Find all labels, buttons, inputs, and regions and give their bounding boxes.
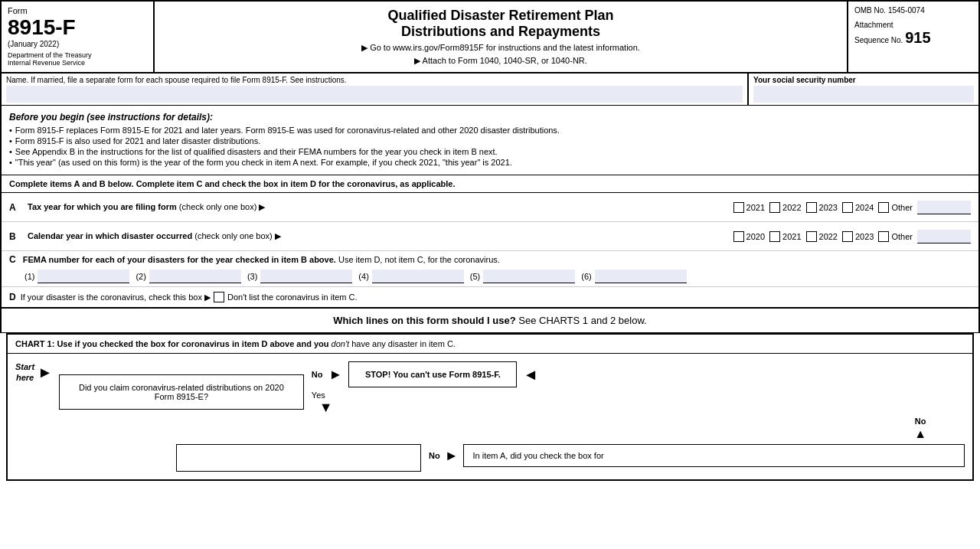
fema-label-6: (6) [581,272,591,281]
item-b-other-input[interactable] [917,230,971,243]
which-lines: Which lines on this form should I use? S… [0,309,980,333]
checkbox-2023-label: 2023 [819,203,838,212]
item-a-label: A [9,202,23,213]
yes-arrow-down-icon: ▼ [319,400,333,416]
item-a-other-input[interactable] [917,201,971,214]
bottom-no-arrow-icon: No [429,451,440,460]
checkbox-b-2020-label: 2020 [746,232,765,241]
fema-input-6[interactable] [595,270,687,283]
item-a-checkbox-2024[interactable]: 2024 [842,202,874,213]
fema-label-5: (5) [470,272,480,281]
form-number: 8915-F [8,15,147,40]
item-b-checkbox-2022[interactable]: 2022 [806,231,838,242]
item-a-row: A Tax year for which you are filing form… [2,193,978,222]
fema-input-3[interactable] [260,270,352,283]
checkbox-2023-box[interactable] [806,202,817,213]
fema-item-1: (1) [24,270,129,283]
item-a-checkbox-2022[interactable]: 2022 [769,202,801,213]
item-a-checkbox-2021[interactable]: 2021 [733,202,765,213]
form-title2: Distributions and Repayments [162,24,839,40]
checkbox-b-2022-box[interactable] [806,231,817,242]
checkbox-b-2023-box[interactable] [842,231,853,242]
item-b-checkboxes: 2020 2021 2022 2023 Other [733,230,971,243]
form-date: (January 2022) [8,40,147,48]
no-label: No [312,370,323,379]
checkbox-2024-box[interactable] [842,202,853,213]
start-here: Starthere ► [15,361,53,384]
item-c-header: C FEMA number for each of your disasters… [9,254,971,265]
checkbox-other-a-label: Other [891,203,913,212]
chart1-right-box: In item A, did you check the box for [463,444,965,467]
item-b-row: B Calendar year in which disaster occurr… [2,222,978,251]
stop-text: STOP! You can't use Form 8915-F. [365,370,501,379]
fema-item-6: (6) [581,270,686,283]
form-subtitle2: ▶ Attach to Form 1040, 1040-SR, or 1040-… [162,56,839,66]
ssn-input[interactable] [753,86,974,103]
fema-item-4: (4) [358,270,463,283]
right-no-label: No [915,417,926,426]
fema-input-4[interactable] [372,270,464,283]
before-list: Form 8915-F replaces Form 8915-E for 202… [9,126,971,167]
chart1-header: CHART 1: Use if you checked the box for … [8,335,972,354]
chart1-section: CHART 1: Use if you checked the box for … [6,333,974,481]
items-section: A Tax year for which you are filing form… [0,193,980,309]
bottom-arrow-right-icon: ► [445,448,459,464]
complete-header: Complete items A and B below. Complete i… [0,175,980,193]
item-a-checkbox-2023[interactable]: 2023 [806,202,838,213]
item-a-checkboxes: 2021 2022 2023 2024 Other [733,201,971,214]
item-b-checkbox-2023[interactable]: 2023 [842,231,874,242]
chart1-question-box: Did you claim coronavirus-related distri… [59,374,304,410]
chart1-stop-box: STOP! You can't use Form 8915-F. [348,361,517,387]
chart1-bottom-question [176,444,421,472]
fema-item-3: (3) [247,270,352,283]
item-b-checkbox-2020[interactable]: 2020 [733,231,765,242]
checkbox-other-b-box[interactable] [878,231,889,242]
item-a-text: Tax year for which you are filing form (… [28,202,733,212]
ssn-cell: Your social security number [749,74,978,105]
checkbox-b-2022-label: 2022 [819,232,838,241]
checkbox-b-2021-label: 2021 [782,232,801,241]
item-d-label: D [9,292,16,302]
chart1-header-end: have any disaster in item C. [351,339,456,348]
item-b-checkbox-2021[interactable]: 2021 [769,231,801,242]
item-d-row: D If your disaster is the coronavirus, c… [2,287,978,309]
page: Form 8915-F (January 2022) Department of… [0,0,980,481]
fema-input-5[interactable] [483,270,575,283]
checkbox-other-b-label: Other [891,232,913,241]
fema-item-2: (2) [136,270,240,283]
name-input[interactable] [6,86,743,103]
item-d-text: If your disaster is the coronavirus, che… [21,292,211,302]
checkbox-other-a-box[interactable] [878,202,889,213]
checkbox-b-2021-box[interactable] [769,231,780,242]
name-cell: Name. If married, file a separate form f… [2,74,749,105]
which-lines-bold: Which lines on this form should I use? [333,315,515,326]
form-header-right: OMB No. 1545-0074 Attachment Sequence No… [848,2,978,72]
fema-inputs: (1) (2) (3) (4) (5) [9,270,971,283]
before-bullet-2: Form 8915-F is also used for 2021 and la… [9,136,971,145]
fema-label-3: (3) [247,272,257,281]
fema-label-1: (1) [24,272,34,281]
item-a-checkbox-other[interactable]: Other [878,202,913,213]
checkbox-2022-box[interactable] [769,202,780,213]
form-header-center: Qualified Disaster Retirement Plan Distr… [155,2,848,72]
start-label: Starthere [15,361,34,384]
right-no-up-arrow-icon: ▲ [914,427,926,441]
item-b-checkbox-other[interactable]: Other [878,231,913,242]
start-arrow-icon: ► [38,364,53,381]
yes-label: Yes [312,391,325,400]
checkbox-b-2020-box[interactable] [733,231,744,242]
item-d-after-text: Don't list the coronavirus in item C. [227,292,358,302]
before-bullet-3: See Appendix B in the instructions for t… [9,147,971,156]
corona-checkbox[interactable] [214,292,224,302]
fema-input-1[interactable] [38,270,129,283]
item-c-row: C FEMA number for each of your disasters… [2,251,978,287]
checkbox-2024-label: 2024 [855,203,874,212]
chart1-header-bold: CHART 1: Use if you checked the box for … [15,339,329,348]
name-row: Name. If married, file a separate form f… [0,74,980,106]
form-label: Form [8,6,147,15]
before-title: Before you begin (see instructions for d… [9,112,971,123]
form-title1: Qualified Disaster Retirement Plan [162,8,839,24]
checkbox-2021-box[interactable] [733,202,744,213]
fema-input-2[interactable] [149,270,241,283]
which-lines-normal: See CHARTS 1 and 2 below. [516,315,647,326]
